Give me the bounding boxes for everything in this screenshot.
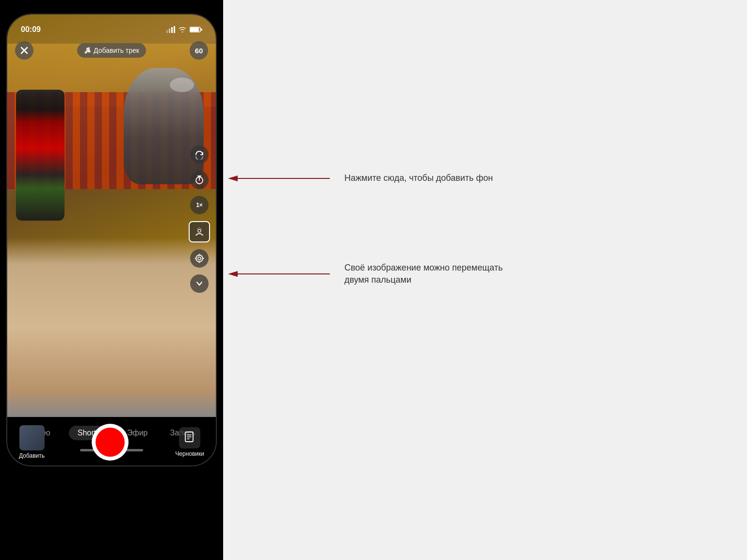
svg-rect-5	[190, 28, 199, 32]
annotation-area: Нажмите сюда, чтобы добавить фон Своё из…	[223, 0, 747, 560]
effects-button[interactable]	[190, 249, 209, 268]
svg-point-14	[199, 176, 200, 176]
drafts-wrapper: Черновики	[175, 427, 204, 457]
add-music-button[interactable]: Добавить трек	[77, 43, 146, 58]
battery-icon	[190, 26, 202, 33]
status-icons	[166, 26, 202, 33]
effects-icon	[195, 254, 204, 263]
gallery-label: Добавить	[19, 452, 45, 459]
phone-frame: 00:09	[7, 15, 216, 465]
timer-badge[interactable]: 60	[190, 41, 208, 60]
arrow-2-line	[228, 269, 335, 279]
annotation-2: Своё изображение можно перемещать двумя …	[228, 262, 718, 286]
svg-point-9	[85, 51, 87, 54]
close-button[interactable]	[15, 41, 33, 60]
status-time: 00:09	[21, 25, 41, 34]
zoom-button[interactable]: 1×	[190, 196, 209, 214]
close-icon	[20, 47, 28, 54]
svg-rect-2	[171, 27, 173, 33]
phone-area: 00:09	[0, 0, 223, 560]
record-button[interactable]	[92, 424, 129, 461]
svg-point-10	[88, 50, 91, 53]
arrow-1-head	[228, 176, 238, 181]
signal-icon	[166, 26, 175, 33]
drafts-label: Черновики	[175, 450, 204, 457]
arrow-2-head	[228, 271, 238, 277]
timer-label: 60	[195, 47, 203, 55]
more-button[interactable]	[190, 274, 209, 293]
drafts-button[interactable]	[179, 427, 200, 448]
annotation-2-text: Своё изображение можно перемещать двумя …	[344, 262, 529, 286]
background-button[interactable]	[189, 221, 210, 242]
svg-point-16	[198, 230, 200, 232]
right-controls: 1×	[189, 145, 210, 293]
gallery-wrapper: Добавить	[19, 425, 45, 459]
annotation-1-text: Нажмите сюда, чтобы добавить фон	[344, 172, 493, 184]
record-indicator	[96, 428, 125, 457]
wifi-icon	[178, 26, 187, 33]
chevron-down-icon	[195, 280, 203, 288]
drafts-icon	[184, 432, 195, 444]
annotation-1: Нажмите сюда, чтобы добавить фон	[228, 172, 718, 184]
gallery-thumbnail	[19, 425, 45, 450]
flip-icon	[195, 150, 204, 160]
svg-point-18	[198, 257, 201, 260]
background-icon	[194, 226, 205, 237]
arrow-1-line	[228, 174, 335, 183]
svg-rect-0	[166, 30, 168, 33]
top-bar: Добавить трек 60	[7, 41, 216, 60]
music-label: Добавить трек	[94, 47, 139, 54]
svg-point-17	[196, 255, 203, 262]
camera-ui: Добавить трек 60	[7, 15, 216, 465]
timer-button[interactable]	[190, 171, 209, 189]
timer-icon	[195, 175, 204, 185]
flip-camera-button[interactable]	[190, 145, 209, 164]
svg-rect-3	[174, 26, 175, 33]
svg-rect-6	[201, 29, 202, 31]
music-icon	[84, 47, 91, 54]
gallery-button[interactable]	[19, 425, 45, 450]
svg-rect-1	[169, 29, 170, 33]
zoom-label: 1×	[196, 202, 203, 208]
bottom-controls: Добавить Черновики	[7, 424, 216, 461]
status-bar: 00:09	[7, 15, 216, 39]
